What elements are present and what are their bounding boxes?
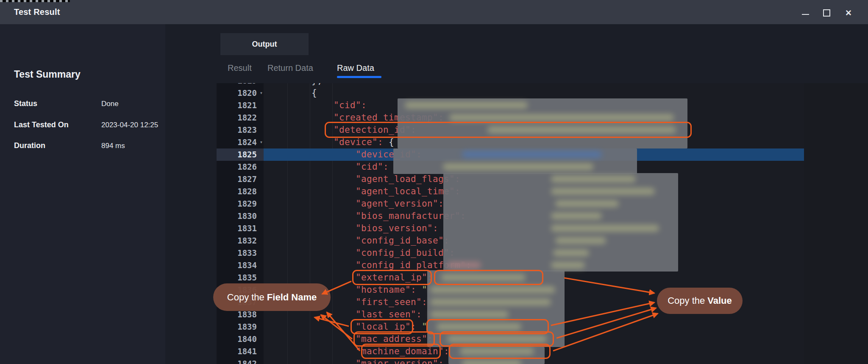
maximize-button[interactable] xyxy=(818,0,835,24)
close-icon: ✕ xyxy=(845,8,852,18)
tab-output[interactable]: Output xyxy=(220,33,309,55)
line-number: 1834 xyxy=(217,259,264,272)
redacted-value-streak xyxy=(405,102,528,109)
line-number-gutter: 18191820▾1821182218231824▾18251826182718… xyxy=(217,83,264,364)
line-number: 1842 xyxy=(217,358,264,364)
maximize-icon xyxy=(823,9,830,17)
titlebar xyxy=(0,0,868,24)
line-number: 1839 xyxy=(217,321,264,333)
test-summary-panel: Test Summary StatusDoneLast Tested On202… xyxy=(0,24,165,364)
line-number: 1840 xyxy=(217,333,264,345)
redacted-value-streak xyxy=(555,237,606,244)
redacted-value-streak xyxy=(430,311,509,318)
test-result-window: Test Result ✕ Test Summary StatusDoneLas… xyxy=(0,0,868,364)
line-number: 1825 xyxy=(217,148,264,161)
redacted-value-streak xyxy=(462,151,602,158)
subtab-return-data[interactable]: Return Data xyxy=(267,63,313,76)
line-number: 1832 xyxy=(217,235,264,247)
annotation-box-external-ip-key xyxy=(352,270,432,285)
line-number: 1828 xyxy=(217,185,264,198)
line-number: 1820▾ xyxy=(217,87,264,99)
subtab-raw-data[interactable]: Raw Data xyxy=(337,63,374,76)
line-number: 1841 xyxy=(217,345,264,358)
line-number: 1827 xyxy=(217,173,264,185)
redacted-value-streak xyxy=(551,225,659,232)
line-number: 1830 xyxy=(217,210,264,222)
active-subtab-underline xyxy=(337,76,381,78)
redacted-value-streak xyxy=(447,262,481,269)
line-number: 1826 xyxy=(217,161,264,173)
redacted-value-streak xyxy=(551,262,585,269)
copy-field-name-callout: Copy theField Name xyxy=(213,283,331,311)
redacted-value-streak xyxy=(553,249,589,256)
redacted-value-streak xyxy=(462,360,521,364)
line-number: 1822 xyxy=(217,112,264,124)
line-number: 1821 xyxy=(217,99,264,112)
redacted-value-streak xyxy=(443,163,593,170)
line-number: 1831 xyxy=(217,222,264,235)
line-number: 1829 xyxy=(217,198,264,210)
line-number: 1824▾ xyxy=(217,136,264,148)
editor-right-margin xyxy=(804,83,868,364)
code-line-1819[interactable]: }, xyxy=(264,83,804,87)
summary-value: 894 ms xyxy=(101,142,125,150)
redacted-value-streak xyxy=(551,188,655,195)
code-line-1820[interactable]: { xyxy=(264,87,804,99)
summary-label-last-tested-on: Last Tested On xyxy=(14,120,69,129)
line-number: 1833 xyxy=(217,247,264,259)
redacted-value-streak xyxy=(551,176,636,182)
line-number: 1835 xyxy=(217,272,264,284)
summary-value: Done xyxy=(101,100,119,108)
fold-caret-icon[interactable]: ▾ xyxy=(260,136,263,148)
minimize-icon xyxy=(802,14,809,15)
summary-value: 2023-04-20 12:25 xyxy=(101,121,158,129)
annotation-box-detection-id-line xyxy=(325,122,692,138)
summary-label-duration: Duration xyxy=(14,141,45,150)
test-summary-heading: Test Summary xyxy=(14,69,81,80)
redacted-value-streak xyxy=(430,286,555,293)
line-number: 1823 xyxy=(217,124,264,136)
subtab-result[interactable]: Result xyxy=(228,63,252,76)
annotation-box-external-ip-value xyxy=(434,270,543,285)
annotation-box-machine-domain-key xyxy=(361,344,441,359)
copy-value-callout: Copy theValue xyxy=(657,288,743,314)
annotation-box-machine-domain-value xyxy=(449,344,551,359)
minimize-button[interactable] xyxy=(797,0,814,24)
fold-caret-icon[interactable]: ▾ xyxy=(260,87,263,99)
close-button[interactable]: ✕ xyxy=(840,0,857,24)
window-title: Test Result xyxy=(14,0,60,24)
redacted-value-streak xyxy=(555,200,619,207)
redacted-value-streak xyxy=(551,213,602,219)
summary-label-status: Status xyxy=(14,99,37,108)
redacted-value-streak xyxy=(430,299,551,305)
redacted-value-streak xyxy=(449,114,674,121)
line-number: 1819 xyxy=(217,83,264,87)
